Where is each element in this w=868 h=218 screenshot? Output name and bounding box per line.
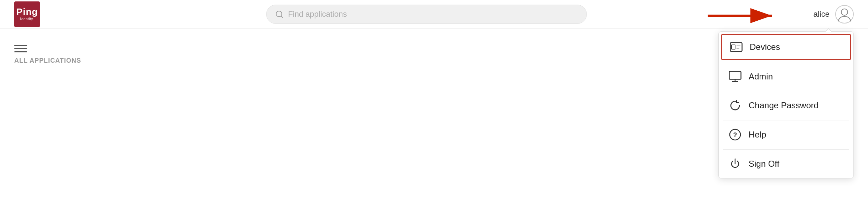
navbar: Ping Identity. Find applications alice <box>0 0 868 28</box>
admin-label: Admin <box>749 72 773 82</box>
svg-line-1 <box>281 16 283 17</box>
help-icon: ? <box>729 128 742 141</box>
power-icon <box>729 157 742 170</box>
search-placeholder-text: Find applications <box>288 10 347 19</box>
dropdown-item-change-password[interactable]: Change Password <box>719 91 853 120</box>
avatar-icon[interactable] <box>835 5 854 24</box>
dropdown-item-admin[interactable]: Admin <box>719 62 853 91</box>
dropdown-menu: Devices Admin Change Password ? <box>718 31 854 178</box>
search-container: Find applications <box>40 5 813 24</box>
svg-rect-5 <box>730 43 742 52</box>
dropdown-item-devices[interactable]: Devices <box>721 34 851 60</box>
id-card-icon <box>730 41 743 53</box>
dropdown-item-help[interactable]: ? Help <box>719 120 853 149</box>
hamburger-line-3 <box>14 51 27 52</box>
devices-label: Devices <box>750 42 780 52</box>
username-label: alice <box>813 10 830 19</box>
hamburger-line-2 <box>14 48 27 49</box>
sidebar-toggle[interactable] <box>14 43 27 54</box>
search-bar[interactable]: Find applications <box>266 5 587 24</box>
logo-identity-text: Identity. <box>20 17 34 21</box>
logo-ping-text: Ping <box>16 7 38 16</box>
hamburger-line-1 <box>14 45 27 46</box>
svg-rect-9 <box>729 72 741 79</box>
svg-text:?: ? <box>733 131 737 139</box>
monitor-icon <box>729 70 742 83</box>
sign-off-label: Sign Off <box>749 159 779 169</box>
help-label: Help <box>749 130 766 140</box>
search-icon <box>275 10 284 19</box>
refresh-icon <box>729 99 742 112</box>
dropdown-item-sign-off[interactable]: Sign Off <box>719 150 853 178</box>
logo[interactable]: Ping Identity. <box>14 1 40 27</box>
user-area[interactable]: alice <box>813 5 854 24</box>
svg-rect-6 <box>732 45 735 49</box>
change-password-label: Change Password <box>749 100 818 110</box>
